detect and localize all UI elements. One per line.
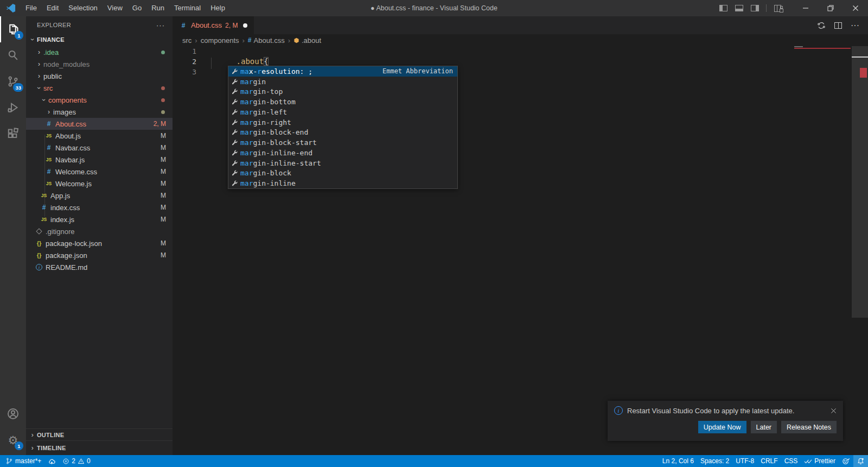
update-now-button[interactable]: Update Now [698,421,746,433]
scrollbar-overview-ruler[interactable] [852,46,868,318]
sync-changes-item[interactable] [44,455,59,467]
tree-file-about.css[interactable]: #About.css2, M [26,118,173,130]
later-button[interactable]: Later [751,421,777,433]
tree-folder-images[interactable]: ›images [26,106,173,118]
tree-folder-public[interactable]: ›public [26,70,173,82]
timeline-panel-header[interactable]: › TIMELINE [26,440,173,455]
tree-file-welcome.css[interactable]: #Welcome.cssM [26,166,173,178]
tree-file-package-lock.json[interactable]: {}package-lock.jsonM [26,237,173,249]
cursor-position-item[interactable]: Ln 2, Col 6 [659,455,697,467]
suggest-label: margin-left [240,108,287,116]
encoding-item[interactable]: UTF-8 [732,455,757,467]
eol-item[interactable]: CRLF [757,455,781,467]
suggest-item-margin-right[interactable]: margin-right [228,117,457,128]
customize-layout-icon[interactable] [774,5,781,12]
suggest-item-margin-block-start[interactable]: margin-block-start [228,137,457,148]
menu-terminal[interactable]: Terminal [169,4,206,12]
toggle-secondary-sidebar-icon[interactable] [751,5,759,11]
tree-folder-components[interactable]: ›components [26,94,173,106]
toggle-sidebar-icon[interactable] [719,5,727,11]
suggest-item-margin-block[interactable]: margin-block [228,168,457,179]
tree-file-index.js[interactable]: JSindex.jsM [26,213,173,225]
suggest-widget: max-resolution: ;Emmet Abbreviationmargi… [228,66,458,189]
notifications-bell-item[interactable] [853,455,868,467]
unsaved-dot-icon[interactable] [243,23,247,28]
code-line-1[interactable]: 1.about{ [173,46,868,56]
source-control-view-icon[interactable]: 33 [0,68,26,94]
breadcrumb-symbol[interactable]: .about [293,36,321,45]
menu-file[interactable]: File [21,4,42,12]
open-changes-icon[interactable] [817,21,826,30]
tree-folder-node_modules[interactable]: ›node_modules [26,58,173,70]
suggest-label: margin-block-end [240,128,308,136]
run-debug-view-icon[interactable] [0,94,26,121]
tree-file-readme.md[interactable]: iREADME.md [26,261,173,273]
suggest-item-margin-inline[interactable]: margin-inline [228,178,457,188]
suggest-item-margin-block-end[interactable]: margin-block-end [228,128,457,138]
chevron-down-icon: › [29,35,36,44]
tab-about-css[interactable]: # About.css 2, M [173,16,254,34]
split-editor-icon[interactable] [834,22,842,29]
feedback-item[interactable] [839,455,853,467]
tree-file-app.js[interactable]: JSApp.jsM [26,190,173,201]
overview-error-marker [860,68,867,78]
restore-button[interactable] [818,0,843,16]
file-label: Welcome.css [55,168,97,176]
tree-folder-src[interactable]: ›src [26,82,173,94]
suggest-item-margin-inline-start[interactable]: margin-inline-start [228,158,457,168]
js-file-icon: JS [44,157,53,162]
suggest-item-margin[interactable]: margin [228,77,457,87]
menu-go[interactable]: Go [127,4,146,12]
double-check-icon [804,458,812,465]
suggest-item-margin-inline-end[interactable]: margin-inline-end [228,148,457,158]
css-file-icon: # [40,204,48,211]
explorer-more-actions-icon[interactable]: ··· [156,21,165,29]
extensions-view-icon[interactable] [0,121,26,147]
suggest-item-margin-top[interactable]: margin-top [228,87,457,97]
git-status-badge: M [161,144,166,152]
toggle-panel-icon[interactable] [735,5,743,11]
close-notification-icon[interactable] [831,408,837,414]
tree-file-package.json[interactable]: {}package.jsonM [26,249,173,261]
search-view-icon[interactable] [0,42,26,68]
chevron-down-icon: › [40,96,48,104]
suggest-label: margin-block [240,169,291,177]
settings-gear-icon[interactable]: ⚙ 1 [0,427,26,453]
breadcrumb-src[interactable]: src [182,36,192,45]
property-wrench-icon [230,160,239,167]
tree-file-index.css[interactable]: #index.cssM [26,201,173,213]
tree-file-welcome.js[interactable]: JSWelcome.jsM [26,178,173,190]
language-mode-item[interactable]: CSS [781,455,801,467]
tree-folder-.idea[interactable]: ›.idea [26,46,173,58]
tree-file-navbar.js[interactable]: JSNavbar.jsM [26,154,173,166]
release-notes-button[interactable]: Release Notes [781,421,837,433]
suggest-item-margin-left[interactable]: margin-left [228,107,457,117]
menu-edit[interactable]: Edit [42,4,63,12]
git-branch-item[interactable]: master*+ [0,455,44,467]
minimap[interactable] [793,46,851,68]
formatter-item[interactable]: Prettier [801,455,839,467]
breadcrumb-components[interactable]: components [201,36,239,45]
workspace-folder-row[interactable]: › FINANCE [26,34,173,46]
menu-selection[interactable]: Selection [63,4,102,12]
suggest-item-max-resolution[interactable]: max-resolution: ;Emmet Abbreviation [228,66,457,77]
account-icon[interactable] [0,401,26,427]
editor-more-actions-icon[interactable]: ··· [851,21,859,30]
outline-panel-header[interactable]: › OUTLINE [26,428,173,440]
suggest-item-margin-bottom[interactable]: margin-bottom [228,97,457,107]
tree-file-.gitignore[interactable]: .gitignore [26,225,173,237]
warning-count: 0 [87,457,91,465]
tree-file-about.js[interactable]: JSAbout.jsM [26,130,173,142]
menu-view[interactable]: View [103,4,127,12]
tab-bar: # About.css 2, M ··· [173,16,868,34]
problems-item[interactable]: 2 0 [59,455,93,467]
tree-file-navbar.css[interactable]: #Navbar.cssM [26,142,173,154]
close-window-button[interactable] [843,0,868,16]
property-wrench-icon [230,129,239,136]
breadcrumb-file[interactable]: # About.css [248,36,285,45]
menu-run[interactable]: Run [146,4,169,12]
minimize-button[interactable] [793,0,818,16]
explorer-view-icon[interactable]: 1 [0,16,26,42]
menu-help[interactable]: Help [206,4,230,12]
indentation-item[interactable]: Spaces: 2 [697,455,732,467]
